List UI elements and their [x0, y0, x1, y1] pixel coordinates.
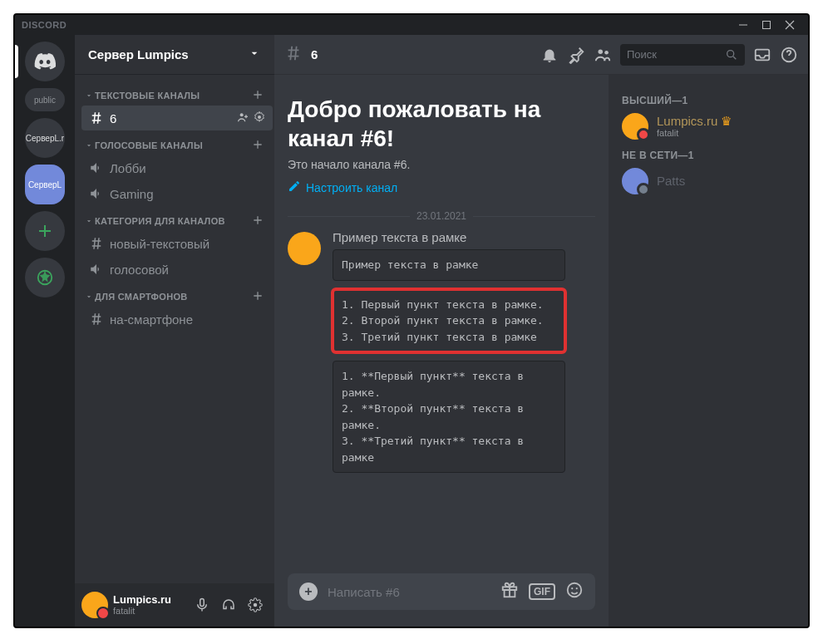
speaker-icon — [88, 261, 105, 278]
member-status: fatalit — [657, 128, 732, 139]
hash-icon — [284, 44, 303, 66]
deafen-button[interactable] — [216, 592, 241, 617]
member-item[interactable]: Lumpics.ru♛ fatalit — [615, 110, 801, 143]
username: Lumpics.ru — [113, 594, 171, 606]
gif-button[interactable]: GIF — [529, 583, 555, 600]
setup-channel-link[interactable]: Настроить канал — [288, 179, 595, 195]
svg-point-4 — [258, 116, 261, 119]
home-button[interactable] — [25, 42, 65, 81]
channel-item[interactable]: Лобби — [81, 155, 273, 180]
speaker-icon — [88, 185, 105, 202]
user-panel: Lumpics.ru fatalit — [75, 583, 274, 627]
add-channel-button[interactable] — [251, 88, 266, 103]
explore-button[interactable] — [25, 258, 65, 297]
member-avatar — [622, 113, 648, 140]
window-maximize-button[interactable] — [755, 16, 778, 34]
member-item[interactable]: Patts — [615, 165, 801, 198]
svg-rect-1 — [763, 22, 771, 29]
add-channel-button[interactable] — [251, 138, 266, 153]
guild-sidebar: public СерверL.r СерверL — [15, 35, 75, 627]
user-status: fatalit — [113, 606, 171, 616]
date-divider: 23.01.2021 — [288, 210, 595, 222]
notifications-icon[interactable] — [540, 46, 559, 64]
category-cat[interactable]: КАТЕГОРИЯ ДЛЯ КАНАЛОВ — [81, 207, 273, 230]
chevron-down-icon — [248, 47, 261, 62]
message-composer: + Написать #6 GIF — [274, 573, 609, 627]
code-block: Пример текста в рамке — [333, 249, 565, 281]
member-avatar — [622, 168, 648, 194]
message-input[interactable]: Написать #6 — [328, 585, 490, 599]
guild-item-active[interactable]: СерверL — [25, 165, 65, 204]
code-block: 1. **Первый пункт** текста в рамке. 2. *… — [333, 361, 565, 473]
member-name: Lumpics.ru♛ — [657, 114, 732, 128]
add-channel-button[interactable] — [251, 289, 266, 304]
category-text[interactable]: ТЕКСТОВЫЕ КАНАЛЫ — [81, 81, 273, 105]
svg-point-6 — [599, 49, 604, 54]
channel-sidebar: Сервер Lumpics ТЕКСТОВЫЕ КАНАЛЫ 6 — [75, 35, 274, 627]
settings-button[interactable] — [243, 592, 268, 617]
member-category: ВЫСШИЙ—1 — [615, 88, 801, 110]
search-icon — [725, 48, 738, 61]
window-close-button[interactable] — [778, 16, 801, 34]
guild-item[interactable]: СерверL.r — [25, 118, 65, 158]
gift-icon[interactable] — [500, 581, 519, 602]
welcome-subtitle: Это начало канала #6. — [288, 158, 595, 171]
guild-folder[interactable]: public — [25, 88, 65, 111]
channel-item[interactable]: новый-текстовый — [81, 231, 273, 256]
pencil-icon — [288, 179, 301, 195]
svg-point-15 — [576, 587, 578, 589]
titlebar: DISCORD — [15, 15, 808, 35]
svg-point-3 — [240, 113, 244, 116]
gear-icon[interactable] — [253, 111, 266, 126]
app-brand: DISCORD — [22, 20, 67, 30]
svg-point-7 — [604, 50, 609, 54]
crown-icon: ♛ — [721, 114, 732, 128]
hash-icon — [88, 110, 105, 126]
add-channel-button[interactable] — [251, 214, 266, 229]
member-name: Patts — [657, 174, 685, 188]
member-list: ВЫСШИЙ—1 Lumpics.ru♛ fatalit НЕ В СЕТИ—1… — [609, 75, 808, 627]
pin-icon[interactable] — [567, 46, 585, 64]
members-icon[interactable] — [594, 46, 612, 64]
code-block-highlight: 1. Первый пункт текста в рамке. 2. Второ… — [333, 289, 565, 353]
channel-header: 6 Поиск — [274, 35, 808, 75]
channel-item[interactable]: голосовой — [81, 257, 273, 282]
channel-item[interactable]: Gaming — [81, 181, 273, 206]
category-phone[interactable]: ДЛЯ СМАРТФОНОВ — [81, 283, 273, 306]
speaker-icon — [88, 160, 105, 176]
message: Пример текста в рамке Пример текста в ра… — [288, 227, 595, 488]
welcome-title: Добро пожаловать на канал #6! — [288, 95, 595, 153]
hash-icon — [88, 311, 105, 327]
message-text: Пример текста в рамке — [333, 230, 595, 244]
category-voice[interactable]: ГОЛОСОВЫЕ КАНАЛЫ — [81, 131, 273, 155]
attach-button[interactable]: + — [299, 583, 318, 601]
message-avatar[interactable] — [288, 232, 321, 265]
hash-icon — [88, 235, 105, 252]
svg-rect-0 — [739, 25, 747, 26]
mute-button[interactable] — [190, 592, 214, 617]
inbox-icon[interactable] — [753, 46, 771, 64]
svg-point-14 — [571, 587, 573, 589]
svg-point-8 — [727, 50, 734, 57]
avatar[interactable] — [81, 592, 108, 618]
server-name: Сервер Lumpics — [88, 47, 189, 61]
server-header[interactable]: Сервер Lumpics — [75, 35, 274, 75]
emoji-icon[interactable] — [565, 581, 584, 602]
channel-name: 6 — [311, 47, 318, 61]
help-icon[interactable] — [780, 46, 798, 64]
invite-icon[interactable] — [236, 111, 249, 126]
channel-item-active[interactable]: 6 — [81, 106, 273, 130]
window-minimize-button[interactable] — [732, 16, 755, 34]
channel-item[interactable]: на-смартфоне — [81, 307, 273, 332]
main-area: 6 Поиск Добро пожаловать на канал #6! Эт… — [274, 35, 808, 627]
svg-point-5 — [254, 603, 258, 607]
add-server-button[interactable] — [25, 211, 65, 251]
svg-point-13 — [568, 583, 582, 597]
member-category: НЕ В СЕТИ—1 — [615, 143, 801, 165]
search-input[interactable]: Поиск — [620, 44, 745, 66]
welcome-block: Добро пожаловать на канал #6! Это начало… — [288, 95, 595, 195]
